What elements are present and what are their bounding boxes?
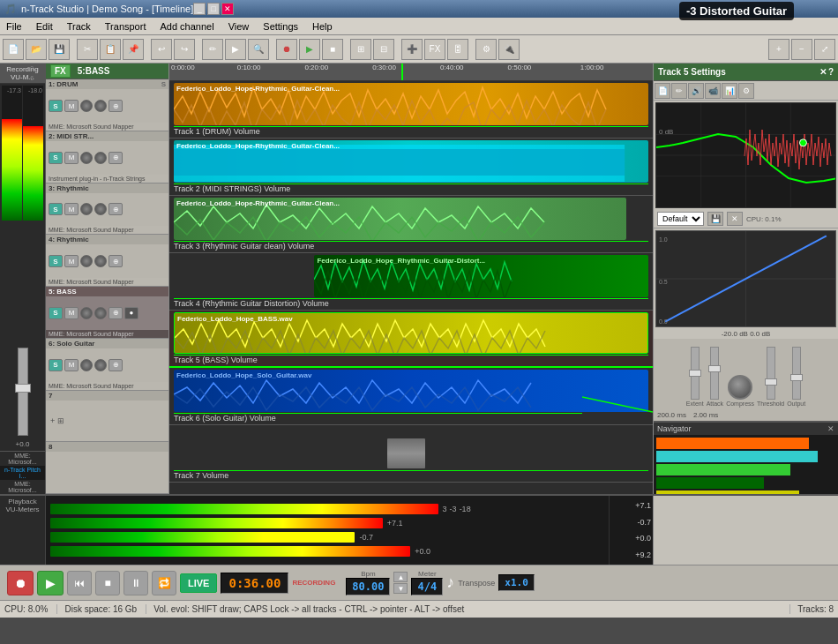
- grid-btn[interactable]: ⊟: [373, 39, 394, 60]
- zoom-fit-btn[interactable]: ⤢: [814, 39, 835, 60]
- master-fader-thumb[interactable]: [15, 384, 31, 393]
- track-4-mute-btn[interactable]: M: [64, 255, 79, 267]
- track-5-mute-btn[interactable]: M: [64, 307, 79, 319]
- fader-1-thumb[interactable]: [689, 370, 701, 377]
- menu-file[interactable]: File: [3, 20, 26, 33]
- track-5-pan-knob[interactable]: [94, 307, 107, 319]
- track-3-mute-btn[interactable]: M: [64, 203, 79, 215]
- st-btn-6[interactable]: ⚙: [738, 83, 754, 99]
- mixer-btn[interactable]: 🎛: [447, 39, 468, 60]
- open-btn[interactable]: 📂: [26, 39, 47, 60]
- bpm-value[interactable]: 80.00: [346, 578, 390, 595]
- play-btn[interactable]: ▶: [299, 39, 320, 60]
- track-7-add[interactable]: + ⊞: [49, 415, 66, 427]
- new-btn[interactable]: 📄: [3, 39, 24, 60]
- snap-btn[interactable]: ⊞: [350, 39, 371, 60]
- output-fader-thumb[interactable]: [790, 374, 803, 381]
- track-1-fx-btn[interactable]: ⊕: [108, 100, 123, 112]
- transpose-icon[interactable]: ♪: [446, 573, 454, 592]
- transport-loop-btn[interactable]: 🔁: [152, 571, 176, 595]
- bpm-down-btn[interactable]: ▼: [393, 583, 408, 594]
- st-btn-3[interactable]: 🔊: [688, 83, 704, 99]
- track-2-mute-btn[interactable]: M: [64, 152, 79, 164]
- track-1-pan-knob[interactable]: [94, 100, 107, 112]
- track-6-vol-knob[interactable]: [80, 359, 93, 371]
- track-3-fx-btn[interactable]: ⊕: [108, 203, 123, 215]
- draw-btn[interactable]: ✏: [202, 39, 223, 60]
- transport-pause-btn[interactable]: ⏸: [123, 571, 148, 595]
- st-btn-2[interactable]: ✏: [671, 83, 687, 99]
- track-5-waveform[interactable]: Federico_Loddo_Hope_BASS.wav: [174, 312, 648, 354]
- comp-del-btn[interactable]: ✕: [727, 212, 743, 226]
- track-3-vol-knob[interactable]: [80, 203, 93, 215]
- cut-btn[interactable]: ✂: [77, 39, 98, 60]
- track-5-solo-btn[interactable]: S: [49, 307, 63, 319]
- menu-settings[interactable]: Settings: [259, 20, 302, 33]
- st-btn-5[interactable]: 📊: [722, 83, 737, 99]
- track-4-vol-knob[interactable]: [80, 255, 93, 267]
- track-5-fx-btn[interactable]: ⊕: [108, 307, 123, 319]
- fx-button[interactable]: FX: [50, 64, 71, 78]
- st-btn-1[interactable]: 📄: [655, 83, 670, 99]
- menu-help[interactable]: Help: [309, 20, 336, 33]
- track-4-fx-btn[interactable]: ⊕: [108, 255, 123, 267]
- track-3-solo-btn[interactable]: S: [49, 203, 63, 215]
- track-1-mute-btn[interactable]: M: [64, 100, 79, 112]
- settings-btn[interactable]: ⚙: [475, 39, 497, 60]
- track-4-waveform[interactable]: Federico_Loddo_Hope_Rhythmic_Guitar-Dist…: [314, 255, 648, 297]
- select-btn[interactable]: ▶: [225, 39, 246, 60]
- settings-close-btn[interactable]: ✕: [819, 67, 827, 77]
- copy-btn[interactable]: 📋: [100, 39, 121, 60]
- zoom-btn[interactable]: 🔍: [248, 39, 269, 60]
- track-2-fx-btn[interactable]: ⊕: [108, 152, 123, 164]
- menu-view[interactable]: View: [225, 20, 253, 33]
- fader-2-thumb[interactable]: [708, 365, 721, 372]
- compress-knob[interactable]: [728, 375, 752, 400]
- st-btn-4[interactable]: 📹: [705, 83, 721, 99]
- plugin-btn[interactable]: 🔌: [498, 39, 520, 60]
- settings-help-btn[interactable]: ?: [828, 67, 834, 77]
- menu-edit[interactable]: Edit: [33, 20, 56, 33]
- transport-stop-btn[interactable]: ■: [95, 571, 120, 595]
- paste-btn[interactable]: 📌: [123, 39, 144, 60]
- fx-btn[interactable]: FX: [424, 39, 445, 60]
- track-3-pan-knob[interactable]: [94, 203, 107, 215]
- rec-btn[interactable]: ⏺: [276, 39, 297, 60]
- transport-rewind-btn[interactable]: ⏮: [67, 571, 92, 595]
- track-6-waveform[interactable]: Federico_Loddo_Hope_Solo_Guitar.wav: [174, 370, 648, 412]
- zoom-in-btn[interactable]: +: [768, 39, 789, 60]
- track-5-vol-knob[interactable]: [80, 307, 93, 319]
- threshold-fader-thumb[interactable]: [765, 378, 777, 386]
- track-6-solo-btn[interactable]: S: [49, 359, 63, 371]
- menu-add-channel[interactable]: Add channel: [156, 20, 217, 33]
- track-1-waveform[interactable]: Federico_Loddo_Hope-Rhythmic_Guitar-Clea…: [174, 83, 648, 125]
- transport-record-btn[interactable]: ⏺: [7, 571, 34, 595]
- menu-transport[interactable]: Transport: [101, 20, 150, 33]
- maximize-btn[interactable]: □: [207, 3, 220, 15]
- tracks-content-area[interactable]: Federico_Loddo_Hope-Rhythmic_Guitar-Clea…: [169, 81, 653, 494]
- track-4-solo-btn[interactable]: S: [49, 255, 63, 267]
- track-3-waveform[interactable]: Federico_Loddo_Hope-Rhythmic_Guitar-Clea…: [174, 198, 626, 240]
- track-2-pan-knob[interactable]: [94, 152, 107, 164]
- redo-btn[interactable]: ↪: [174, 39, 195, 60]
- save-btn[interactable]: 💾: [49, 39, 70, 60]
- track-2-waveform[interactable]: Federico_Loddo_Hope-Rhythmic_Guitar-Clea…: [174, 140, 648, 183]
- transport-live-btn[interactable]: LIVE: [180, 573, 217, 593]
- bpm-up-btn[interactable]: ▲: [393, 572, 408, 582]
- track-6-pan-knob[interactable]: [94, 359, 107, 371]
- comp-save-btn[interactable]: 💾: [707, 212, 723, 226]
- track-1-solo-btn[interactable]: S: [49, 100, 63, 112]
- add-track-btn[interactable]: ➕: [401, 39, 423, 60]
- stop-btn[interactable]: ■: [322, 39, 343, 60]
- track-4-pan-knob[interactable]: [94, 255, 107, 267]
- track-2-solo-btn[interactable]: S: [49, 152, 63, 164]
- zoom-out-btn[interactable]: −: [791, 39, 812, 60]
- track-6-fx-btn[interactable]: ⊕: [108, 359, 123, 371]
- track-5-extra-btn[interactable]: ●: [124, 307, 138, 319]
- navigator-close-btn[interactable]: ✕: [827, 424, 834, 433]
- close-btn[interactable]: ✕: [221, 3, 234, 15]
- track-2-vol-knob[interactable]: [80, 152, 93, 164]
- menu-track[interactable]: Track: [64, 20, 94, 33]
- minimize-btn[interactable]: _: [193, 3, 206, 15]
- undo-btn[interactable]: ↩: [151, 39, 172, 60]
